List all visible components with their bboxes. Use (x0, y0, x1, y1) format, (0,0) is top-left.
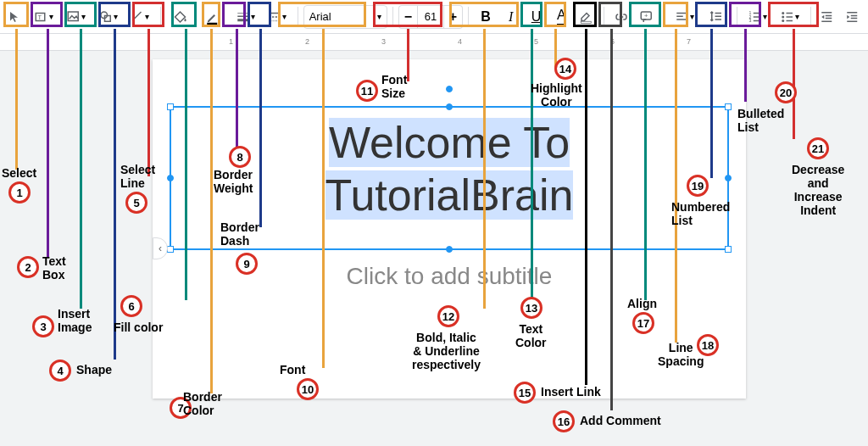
svg-point-30 (782, 20, 784, 22)
num-14: 14 (554, 58, 576, 80)
selection-handle[interactable] (446, 246, 453, 253)
numbered-list-button[interactable]: 123▾ (743, 5, 773, 29)
label-15: Insert Link (541, 385, 601, 399)
selection-handle[interactable] (167, 246, 174, 253)
font-size-increase[interactable]: + (444, 5, 463, 29)
num-17: 17 (632, 312, 654, 334)
num-13: 13 (520, 297, 542, 319)
svg-rect-6 (208, 22, 218, 24)
num-2: 2 (17, 256, 39, 278)
label-7: Border Color (183, 390, 222, 417)
label-6: Fill color (114, 321, 163, 334)
num-8: 8 (229, 146, 251, 168)
text-box-button[interactable]: T▾ (29, 5, 59, 29)
num-9: 9 (236, 253, 258, 275)
line-19 (710, 29, 713, 178)
line-12 (483, 29, 486, 309)
num-3: 3 (32, 315, 54, 337)
insert-image-button[interactable]: ▾ (61, 5, 92, 29)
label-10: Font (280, 363, 305, 376)
separator (737, 7, 737, 27)
num-5: 5 (125, 192, 147, 214)
label-5: Select Line (120, 163, 155, 190)
label-4: Shape (76, 363, 112, 376)
num-20: 20 (775, 81, 797, 103)
label-18: Line Spacing (658, 341, 704, 368)
fill-color-button[interactable] (166, 5, 197, 29)
label-1: Select (2, 166, 36, 180)
insert-link-button[interactable] (609, 5, 633, 29)
decrease-indent-button[interactable] (816, 5, 840, 29)
selection-handle[interactable] (725, 246, 732, 253)
toolbar: T▾ ▾ ▾ ▾ ▾ ▾ Arial▾ − + B I U A + ▾ 123▾… (0, 0, 868, 34)
border-dash-button[interactable]: ▾ (262, 5, 292, 29)
svg-point-29 (782, 15, 784, 18)
line-13 (531, 29, 533, 300)
font-size-decrease[interactable]: − (398, 5, 417, 29)
svg-text:T: T (38, 14, 42, 21)
selection-handle[interactable] (725, 103, 732, 110)
border-weight-button[interactable]: ▾ (230, 5, 260, 29)
separator (298, 7, 298, 27)
font-family-select[interactable]: Arial▾ (303, 5, 387, 29)
label-19: Numbered List (671, 200, 730, 227)
border-color-button[interactable] (198, 5, 228, 29)
selection-handle[interactable] (725, 175, 732, 181)
num-11: 11 (356, 80, 378, 102)
rotate-handle[interactable] (446, 86, 453, 92)
num-10: 10 (297, 378, 319, 400)
selection-handle[interactable] (446, 103, 453, 110)
increase-indent-button[interactable] (841, 5, 865, 29)
italic-button[interactable]: I (499, 5, 523, 29)
line-button[interactable]: ▾ (125, 5, 155, 29)
highlight-color-button[interactable] (575, 5, 598, 29)
svg-line-5 (132, 12, 142, 21)
selection-handle[interactable] (167, 103, 174, 110)
line-spacing-button[interactable] (701, 5, 732, 29)
line-18 (675, 29, 677, 343)
align-button[interactable]: ▾ (670, 5, 700, 29)
separator (810, 7, 811, 27)
font-family-value: Arial (309, 10, 331, 23)
label-9: Border Dash (220, 220, 259, 248)
selection-handle[interactable] (167, 175, 174, 181)
line-20 (744, 29, 747, 102)
line-5 (147, 29, 150, 176)
line-17 (644, 29, 647, 300)
num-1: 1 (8, 181, 31, 203)
line-9 (259, 29, 262, 227)
label-20: Bulleted List (737, 107, 784, 134)
label-2: Text Box (42, 254, 66, 282)
label-21: Decrease and Increase Indent (792, 163, 844, 217)
separator (604, 7, 604, 27)
label-8: Border Weight (214, 168, 253, 195)
num-21: 21 (807, 137, 829, 159)
line-6 (185, 29, 187, 300)
num-15: 15 (514, 382, 536, 404)
font-size-group: − + (398, 5, 463, 29)
label-3: Insert Image (58, 307, 92, 334)
line-1 (15, 29, 18, 170)
line-15 (585, 29, 587, 385)
add-comment-button[interactable]: + (635, 5, 659, 29)
num-19: 19 (687, 175, 709, 197)
svg-text:+: + (644, 11, 648, 19)
num-16: 16 (553, 410, 575, 432)
num-4: 4 (49, 360, 71, 382)
separator (160, 7, 161, 27)
svg-rect-13 (581, 21, 591, 23)
underline-button[interactable]: U (525, 5, 548, 29)
shape-button[interactable]: ▾ (92, 5, 123, 29)
bold-button[interactable]: B (474, 5, 498, 29)
line-8 (236, 29, 238, 148)
label-14: Highlight Color (531, 81, 582, 109)
font-size-input[interactable] (417, 5, 444, 29)
bulleted-list-button[interactable]: ▾ (775, 5, 805, 29)
separator (392, 7, 393, 27)
ruler: 1 2 3 4 5 6 7 (0, 34, 868, 51)
num-12: 12 (437, 305, 459, 327)
text-color-button[interactable]: A (549, 5, 573, 29)
label-16: Add Comment (580, 414, 661, 427)
select-button[interactable] (3, 5, 27, 29)
separator (664, 7, 665, 27)
